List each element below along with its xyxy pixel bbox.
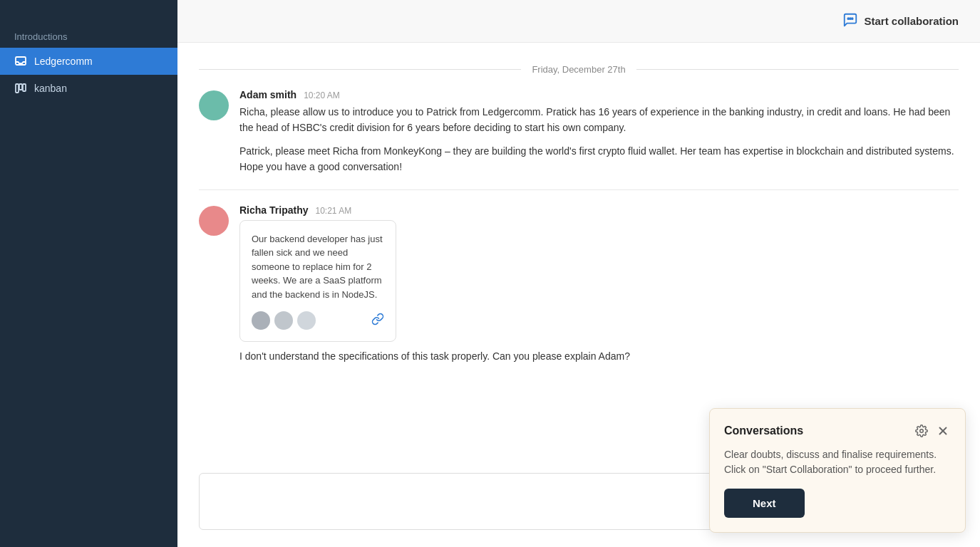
- kanban-icon: [14, 82, 27, 95]
- message-header: Adam smith 10:20 AM: [239, 89, 959, 100]
- inbox-icon: [14, 55, 27, 68]
- message-content: Adam smith 10:20 AM Richa, please allow …: [239, 89, 959, 175]
- sidebar-item-ledgercomm[interactable]: Ledgercomm: [0, 48, 177, 75]
- date-divider: Friday, December 27th: [199, 64, 959, 75]
- avatar-group: [252, 311, 316, 330]
- avatar: [199, 90, 229, 120]
- sidebar-item-ledgercomm-label: Ledgercomm: [34, 56, 93, 67]
- svg-point-4: [848, 18, 850, 19]
- tooltip-next-button[interactable]: Next: [724, 489, 805, 518]
- avatar-small: [297, 311, 316, 330]
- tooltip-body: Clear doubts, discuss and finalise requi…: [724, 447, 951, 477]
- svg-point-7: [920, 429, 924, 433]
- sidebar: Introductions Ledgercomm kanban: [0, 0, 177, 547]
- message-row: Richa Tripathy 10:21 AM Our backend deve…: [199, 204, 959, 365]
- task-card-footer: [252, 311, 384, 330]
- message-text: I don't understand the specifications of…: [239, 349, 959, 365]
- message-text: Richa, please allow us to introduce you …: [239, 105, 959, 175]
- svg-point-6: [852, 18, 853, 19]
- start-collaboration-label: Start collaboration: [864, 15, 959, 27]
- task-link-icon: [371, 313, 384, 328]
- main-content: Start collaboration Friday, December 27t…: [177, 0, 980, 547]
- message-time: 10:20 AM: [304, 90, 340, 100]
- message-author: Richa Tripathy: [239, 204, 308, 216]
- date-divider-text: Friday, December 27th: [532, 64, 625, 75]
- start-collaboration-button[interactable]: Start collaboration: [842, 12, 959, 30]
- svg-rect-1: [16, 84, 19, 93]
- message-author: Adam smith: [239, 89, 296, 100]
- task-card: Our backend developer has just fallen si…: [239, 220, 396, 343]
- message-content: Richa Tripathy 10:21 AM Our backend deve…: [239, 204, 959, 365]
- message-paragraph-2: Patrick, please meet Richa from MonkeyKo…: [239, 144, 959, 174]
- tooltip-header: Conversations: [724, 423, 951, 439]
- collaboration-icon: [842, 12, 858, 30]
- message-divider: [199, 189, 959, 190]
- svg-rect-3: [23, 84, 26, 91]
- message-row: Adam smith 10:20 AM Richa, please allow …: [199, 89, 959, 175]
- tooltip-title: Conversations: [724, 424, 803, 437]
- tooltip-close-button[interactable]: [935, 423, 951, 439]
- task-card-text: Our backend developer has just fallen si…: [252, 232, 384, 302]
- tooltip-actions: [914, 423, 951, 439]
- avatar: [199, 206, 229, 236]
- topbar: Start collaboration: [177, 0, 980, 43]
- sidebar-item-kanban-label: kanban: [34, 83, 67, 94]
- message-time: 10:21 AM: [315, 206, 351, 216]
- chat-area: Friday, December 27th Adam smith 10:20 A…: [177, 43, 980, 466]
- avatar-small: [252, 311, 270, 330]
- svg-rect-2: [19, 84, 22, 90]
- sidebar-item-kanban[interactable]: kanban: [0, 75, 177, 102]
- avatar-small: [274, 311, 293, 330]
- tooltip-settings-button[interactable]: [914, 423, 929, 439]
- message-paragraph-1: Richa, please allow us to introduce you …: [239, 105, 959, 135]
- sidebar-section-introductions: Introductions: [0, 14, 177, 48]
- message-header: Richa Tripathy 10:21 AM: [239, 204, 959, 216]
- tooltip-popup: Conversations Clear doubts, discuss and …: [709, 408, 966, 533]
- svg-point-5: [850, 18, 852, 19]
